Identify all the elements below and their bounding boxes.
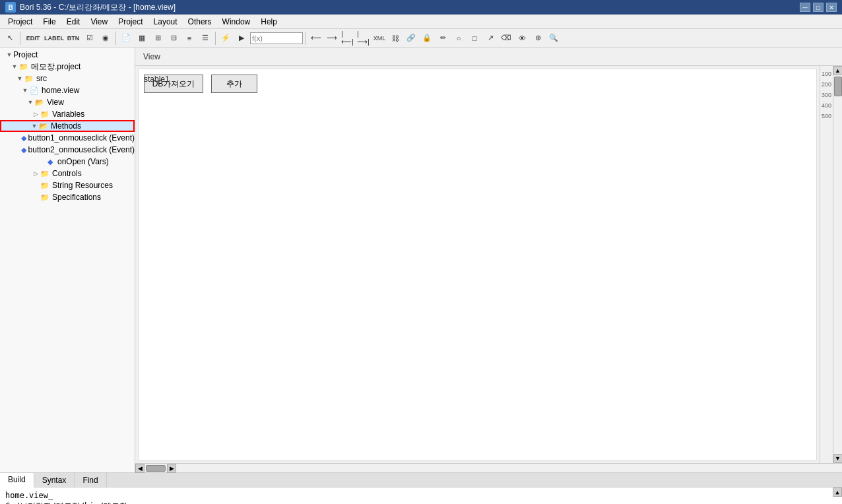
- menu-others[interactable]: Others: [183, 16, 217, 28]
- tb-lightning[interactable]: ⚡: [218, 31, 233, 46]
- diamond-icon-2: ◆: [21, 145, 26, 154]
- close-button[interactable]: ✕: [826, 3, 837, 12]
- output-line-1: home.view_: [5, 490, 837, 501]
- editor-area: DB가져오기 추가 stable1 100 200 300 400 500 ▲ …: [135, 66, 842, 463]
- btn1-event-label: button1_onmouseclick (Event): [28, 133, 135, 142]
- tree-src[interactable]: ▼ 📁 src: [0, 73, 135, 84]
- controls-label: Controls: [52, 169, 82, 178]
- tb-table[interactable]: ⊞: [150, 31, 165, 46]
- tree-memo-project[interactable]: ▼ 📁 메모장.project: [0, 61, 135, 73]
- formula-input[interactable]: [250, 32, 303, 44]
- toolbar-1: ↖ EDIT LABEL BTN ☑ ◉ 📄 ▦ ⊞ ⊟ ≡ ☰ ⚡ ▶ ⟵ ⟶…: [0, 29, 842, 47]
- tree-string-resources[interactable]: 📁 String Resources: [0, 179, 135, 191]
- tb-edit[interactable]: EDIT: [23, 31, 43, 46]
- tree-methods[interactable]: ▼ 📂 Methods: [0, 120, 135, 132]
- tb-run[interactable]: ▶: [234, 31, 249, 46]
- tb-btn-tool[interactable]: BTN: [65, 31, 81, 46]
- menu-help[interactable]: Help: [255, 16, 282, 28]
- memo-project-label: 메모장.project: [31, 61, 81, 73]
- tb-table2[interactable]: ⊟: [166, 31, 181, 46]
- scroll-right[interactable]: ▶: [167, 464, 176, 473]
- h-scroll-thumb[interactable]: [146, 465, 166, 472]
- tree-specifications[interactable]: 📁 Specifications: [0, 191, 135, 203]
- tb-xml[interactable]: XML: [372, 31, 387, 46]
- tb-v4[interactable]: |⟶|: [356, 31, 371, 46]
- tb-circle[interactable]: ○: [451, 31, 466, 46]
- sep4: [306, 32, 306, 45]
- menu-view[interactable]: View: [85, 16, 113, 28]
- menu-window[interactable]: Window: [217, 16, 256, 28]
- canvas-area[interactable]: DB가져오기 추가 stable1: [138, 69, 817, 460]
- sep3: [215, 32, 216, 45]
- tb-arrow[interactable]: ↗: [483, 31, 498, 46]
- view-file-icon: 📄: [29, 86, 40, 95]
- specifications-label: Specifications: [52, 193, 101, 202]
- scroll-left[interactable]: ◀: [135, 464, 145, 473]
- tb-eye[interactable]: 👁: [515, 31, 529, 46]
- scroll-thumb[interactable]: [834, 77, 842, 96]
- tb-check[interactable]: ☑: [82, 31, 97, 46]
- tree-onopen[interactable]: ◆ onOpen (Vars): [0, 156, 135, 168]
- tree-variables[interactable]: ▷ 📁 Variables: [0, 108, 135, 120]
- tree-btn1-event[interactable]: ◆ button1_onmouseclick (Event): [0, 132, 135, 144]
- tree-home-view[interactable]: ▼ 📄 home.view: [0, 84, 135, 96]
- tb-grid[interactable]: ▦: [135, 31, 149, 46]
- tb-v1[interactable]: ⟵: [309, 31, 323, 46]
- add-button[interactable]: 추가: [211, 75, 257, 93]
- window-title: Bori 5.36 - C:/보리강좌/메모장 - [home.view]: [20, 2, 800, 13]
- tb-v3[interactable]: |⟵|: [340, 31, 355, 46]
- title-bar: B Bori 5.36 - C:/보리강좌/메모장 - [home.view] …: [0, 0, 842, 15]
- onopen-label: onOpen (Vars): [57, 157, 109, 166]
- right-scrollbar[interactable]: ▲ ▼: [833, 66, 842, 463]
- view-node-icon: 📂: [34, 98, 45, 107]
- tab-build[interactable]: Build: [0, 473, 34, 488]
- menu-file[interactable]: File: [38, 16, 61, 28]
- tree-controls[interactable]: ▷ 📁 Controls: [0, 168, 135, 179]
- tb-eraser[interactable]: ⌫: [499, 31, 513, 46]
- string-res-folder-icon: 📁: [40, 181, 50, 190]
- tb-new-doc[interactable]: 📄: [119, 31, 133, 46]
- tb-link2[interactable]: 🔗: [404, 31, 418, 46]
- project-tree: ▼ Project ▼ 📁 메모장.project ▼ 📁 src ▼: [0, 47, 135, 472]
- tb-rows[interactable]: ☰: [198, 31, 212, 46]
- tree-project-header[interactable]: ▼ Project: [0, 49, 135, 61]
- sep2: [115, 32, 116, 45]
- tb-radio[interactable]: ◉: [98, 31, 113, 46]
- diamond-icon-1: ◆: [21, 133, 26, 142]
- ruler-200: 200: [820, 79, 833, 90]
- left-panel: ▼ Project ▼ 📁 메모장.project ▼ 📁 src ▼: [0, 47, 135, 472]
- menu-project2[interactable]: Project: [113, 16, 148, 28]
- tb-pen[interactable]: ✏: [436, 31, 450, 46]
- methods-label: Methods: [51, 121, 81, 131]
- tb-label[interactable]: LABEL: [44, 31, 64, 46]
- tb-cols[interactable]: ≡: [182, 31, 197, 46]
- output-scroll-up[interactable]: ▲: [833, 488, 842, 497]
- tree-btn2-event[interactable]: ◆ button2_onmouseclick (Event): [0, 144, 135, 156]
- maximize-button[interactable]: □: [813, 3, 824, 12]
- variables-folder-icon: 📁: [40, 110, 50, 119]
- string-resources-label: String Resources: [52, 181, 113, 190]
- minimize-button[interactable]: ─: [800, 3, 810, 12]
- horizontal-scrollbar[interactable]: ◀ ▶: [135, 463, 842, 472]
- tb-link3[interactable]: 🔒: [420, 31, 434, 46]
- app-icon: B: [5, 2, 16, 13]
- tb-v2[interactable]: ⟶: [325, 31, 339, 46]
- editor-toolbar: View: [135, 47, 842, 66]
- sep1: [20, 32, 20, 45]
- tab-syntax[interactable]: Syntax: [34, 473, 75, 487]
- tb-pointer[interactable]: ↖: [3, 31, 17, 46]
- menu-edit[interactable]: Edit: [61, 16, 86, 28]
- tab-find[interactable]: Find: [75, 473, 106, 487]
- controls-folder-icon: 📁: [40, 169, 50, 178]
- tb-zoom[interactable]: 🔍: [546, 31, 561, 46]
- window-controls: ─ □ ✕: [800, 3, 837, 12]
- tree-view-node[interactable]: ▼ 📂 View: [0, 96, 135, 108]
- tb-rect[interactable]: □: [467, 31, 482, 46]
- scroll-down[interactable]: ▼: [833, 454, 843, 463]
- tb-link1[interactable]: ⛓: [388, 31, 403, 46]
- menu-bar: Project File Edit View Project Layout Ot…: [0, 15, 842, 29]
- scroll-up[interactable]: ▲: [833, 66, 843, 75]
- menu-project[interactable]: Project: [3, 16, 38, 28]
- tb-move[interactable]: ⊕: [531, 31, 545, 46]
- menu-layout[interactable]: Layout: [148, 16, 183, 28]
